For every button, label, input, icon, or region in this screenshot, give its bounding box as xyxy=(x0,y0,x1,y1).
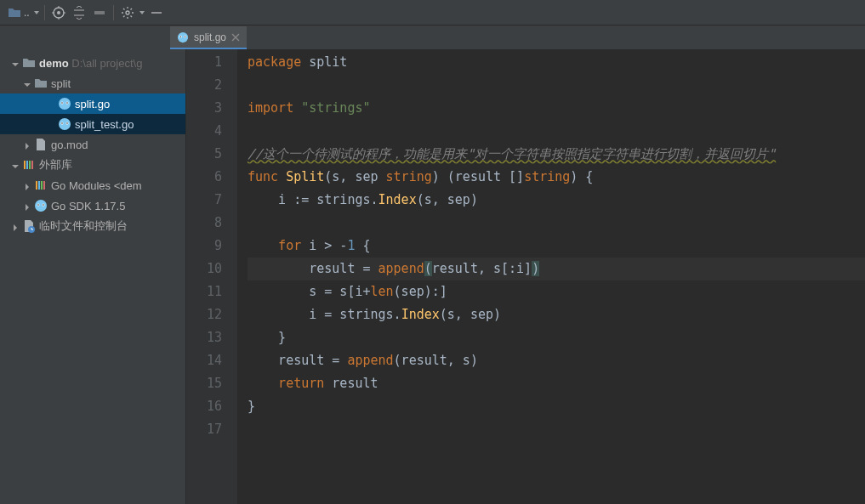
svg-point-11 xyxy=(61,102,62,103)
lib-label: 临时文件和控制台 xyxy=(39,218,128,234)
line-number: 1 xyxy=(186,51,222,74)
line-number: 17 xyxy=(186,418,222,441)
line-number: 7 xyxy=(186,189,222,212)
svg-rect-25 xyxy=(43,181,45,190)
folder-icon xyxy=(22,56,36,70)
svg-rect-18 xyxy=(24,161,26,169)
line-number: 5 xyxy=(186,143,222,166)
line-number: 3 xyxy=(186,97,222,120)
svg-point-16 xyxy=(61,122,62,123)
line-number: 16 xyxy=(186,395,222,418)
file-icon xyxy=(34,138,48,151)
tab-label: split.go xyxy=(194,31,226,43)
svg-point-1 xyxy=(57,11,60,14)
project-sidebar: demo D:\all project\g split split.go spl… xyxy=(0,49,186,504)
lib-label: Go SDK 1.17.5 xyxy=(51,200,125,212)
line-number: 11 xyxy=(186,280,222,303)
svg-point-7 xyxy=(185,36,185,37)
line-number: 10 xyxy=(186,258,222,280)
folder-icon xyxy=(34,76,48,90)
target-icon[interactable] xyxy=(49,3,68,22)
hide-icon[interactable] xyxy=(147,3,166,22)
line-number: 12 xyxy=(186,303,222,326)
line-number: 4 xyxy=(186,120,222,143)
tree-project-root[interactable]: demo D:\all project\g xyxy=(0,53,185,73)
expand-icon[interactable] xyxy=(70,3,88,22)
lib-label: 外部库 xyxy=(39,157,72,173)
library-icon xyxy=(34,178,48,192)
svg-point-8 xyxy=(59,98,71,110)
go-sdk-icon xyxy=(34,199,48,212)
svg-point-26 xyxy=(35,200,47,212)
code-editor[interactable]: 1 2 3 4 5 6 7 8 9 10 11 12 13 14 15 16 1… xyxy=(186,49,865,504)
go-file-icon xyxy=(58,97,71,110)
editor-tab-bar: split.go xyxy=(0,25,865,49)
line-gutter: 1 2 3 4 5 6 7 8 9 10 11 12 13 14 15 16 1… xyxy=(186,49,237,504)
tree-go-mod[interactable]: go.mod xyxy=(0,134,185,155)
top-toolbar: .. xyxy=(0,0,865,25)
svg-point-13 xyxy=(59,118,71,130)
file-label: split_test.go xyxy=(75,118,134,131)
tree-go-sdk[interactable]: Go SDK 1.17.5 xyxy=(0,195,185,216)
line-number: 6 xyxy=(186,166,222,189)
scratch-icon xyxy=(22,219,36,233)
svg-point-12 xyxy=(66,102,67,103)
svg-rect-21 xyxy=(31,161,33,169)
svg-rect-19 xyxy=(26,161,28,169)
close-icon[interactable] xyxy=(231,33,240,42)
file-label: go.mod xyxy=(51,139,88,151)
gear-icon[interactable] xyxy=(118,3,137,22)
svg-point-17 xyxy=(66,122,67,123)
line-number: 2 xyxy=(186,74,222,97)
project-selector[interactable] xyxy=(5,3,24,22)
go-file-icon xyxy=(177,31,189,43)
tab-split-go[interactable]: split.go xyxy=(170,26,247,49)
lib-label: Go Modules <dem xyxy=(51,179,142,192)
root-path: D:\all project\g xyxy=(71,57,142,70)
file-label: split.go xyxy=(75,98,110,110)
toolbar-separator xyxy=(113,5,114,20)
tree-split-folder[interactable]: split xyxy=(0,73,185,93)
svg-rect-24 xyxy=(41,181,43,190)
line-number: 9 xyxy=(186,235,222,258)
tree-external-libs[interactable]: 外部库 xyxy=(0,155,185,175)
toolbar-separator xyxy=(44,5,45,20)
tree-file-split-go[interactable]: split.go xyxy=(0,93,185,114)
library-icon xyxy=(22,158,36,172)
code-area[interactable]: package split import "strings" //这个一个待测试… xyxy=(237,49,865,504)
svg-rect-20 xyxy=(29,161,31,169)
folder-label: split xyxy=(51,77,71,90)
svg-point-3 xyxy=(178,31,188,42)
svg-rect-22 xyxy=(36,181,37,190)
svg-point-6 xyxy=(180,36,181,37)
svg-point-30 xyxy=(43,204,43,205)
project-dots: .. xyxy=(24,7,30,19)
tree-go-modules[interactable]: Go Modules <dem xyxy=(0,175,185,195)
svg-rect-23 xyxy=(38,181,40,190)
tree-scratches[interactable]: 临时文件和控制台 xyxy=(0,216,185,236)
svg-point-29 xyxy=(37,204,38,205)
line-number: 13 xyxy=(186,326,222,349)
line-number: 15 xyxy=(186,372,222,395)
tree-file-split-test-go[interactable]: split_test.go xyxy=(0,114,185,134)
line-number: 14 xyxy=(186,349,222,372)
svg-point-2 xyxy=(126,11,129,14)
line-number: 8 xyxy=(186,212,222,235)
root-label: demo xyxy=(39,57,69,70)
collapse-icon[interactable] xyxy=(90,3,109,22)
go-file-icon xyxy=(58,117,71,131)
